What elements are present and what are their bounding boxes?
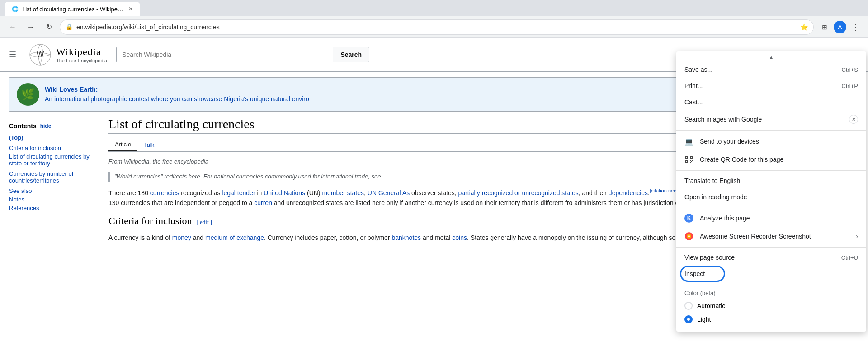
context-menu-top-arrow: ▲ <box>676 54 866 61</box>
context-menu-create-qr[interactable]: Create QR Code for this page <box>676 150 866 168</box>
context-menu-send-to-devices[interactable]: 💻 Send to your devices <box>676 132 866 150</box>
partially-recognized-link[interactable]: partially recognized or unrecognized sta… <box>458 189 579 196</box>
search-images-label: Search images with Google <box>684 116 843 123</box>
address-bar[interactable] <box>76 23 797 31</box>
sidebar-item-currencies-by-number: Currencies by number of countries/territ… <box>9 169 99 185</box>
wiki-search-input[interactable] <box>116 47 333 62</box>
awesome-recorder-label: Awesome Screen Recorder Screenshot <box>700 233 849 240</box>
context-menu-translate[interactable]: Translate to English <box>676 173 866 189</box>
svg-point-15 <box>688 235 690 237</box>
sidebar-link-see-also[interactable]: See also <box>9 187 32 194</box>
sidebar-link-top[interactable]: (Top) <box>9 134 24 141</box>
sidebar-items: (Top) Criteria for inclusion List of cir… <box>9 133 99 212</box>
profile-button[interactable]: A <box>834 21 846 33</box>
context-menu-save-as[interactable]: Save as... Ctrl+S <box>676 61 866 78</box>
color-radio-automatic <box>684 302 693 310</box>
address-bar-container[interactable]: 🔒 ⭐ <box>60 19 814 35</box>
context-menu-overlay: ▲ Save as... Ctrl+S Print... Ctrl+P Cast… <box>642 38 868 351</box>
banner-line1: Wiki Loves Earth: <box>45 85 309 94</box>
wiki-logo-text: Wikipedia The Free Encyclopedia <box>56 46 107 63</box>
sidebar-link-references[interactable]: References <box>9 205 39 211</box>
color-section-label: Color (beta) <box>684 290 858 296</box>
send-to-devices-icon: 💻 <box>684 137 693 146</box>
sidebar-link-list[interactable]: List of circulating currencies by state … <box>9 153 90 167</box>
context-menu-cast[interactable]: Cast... <box>676 94 866 110</box>
awesome-recorder-arrow: › <box>856 233 858 240</box>
wiki-sidebar: Contents hide (Top) Criteria for inclusi… <box>9 117 99 257</box>
context-menu-view-source[interactable]: View page source Ctrl+U <box>676 249 866 266</box>
context-menu-analyze[interactable]: K Analyze this page <box>676 209 866 227</box>
tab-close-button[interactable]: ✕ <box>128 6 133 12</box>
banner-text: Wiki Loves Earth: An international photo… <box>45 85 309 104</box>
cast-label: Cast... <box>684 98 858 106</box>
context-menu-inspect[interactable]: Inspect <box>676 266 866 282</box>
color-section: Color (beta) Automatic Light <box>676 286 866 329</box>
sidebar-item-notes: Notes <box>9 195 99 204</box>
sidebar-item-references: References <box>9 204 99 212</box>
context-menu-awesome-recorder[interactable]: Awesome Screen Recorder Screenshot › <box>676 227 866 245</box>
back-button[interactable]: ← <box>5 20 20 34</box>
sidebar-title-text: Contents <box>9 122 37 130</box>
sidebar-link-notes[interactable]: Notes <box>9 196 24 203</box>
svg-rect-6 <box>690 160 691 161</box>
translate-label: Translate to English <box>684 177 858 184</box>
context-menu-divider-2 <box>676 170 866 171</box>
sidebar-item-see-also: See also <box>9 187 99 195</box>
legal-tender-link[interactable]: legal tender <box>222 189 255 196</box>
reading-mode-label: Open in reading mode <box>684 193 858 201</box>
create-qr-icon <box>684 155 693 164</box>
banknotes-link[interactable]: banknotes <box>392 234 421 241</box>
tab-bar: 🌐 List of circulating currencies - Wikip… <box>0 0 868 16</box>
medium-exchange-link[interactable]: medium of exchange <box>205 234 264 241</box>
browser-tab[interactable]: 🌐 List of circulating currencies - Wikip… <box>5 2 140 16</box>
nav-bar: ← → ↻ 🔒 ⭐ ⊞ A ⋮ <box>0 16 868 38</box>
sidebar-hide-button[interactable]: hide <box>40 123 52 129</box>
context-menu-divider-1 <box>676 130 866 131</box>
color-light-label: Light <box>697 316 711 323</box>
svg-rect-8 <box>690 162 691 163</box>
extensions-button[interactable]: ⊞ <box>817 20 832 34</box>
color-option-automatic[interactable]: Automatic <box>684 300 858 312</box>
tab-talk[interactable]: Talk <box>137 139 160 151</box>
print-shortcut: Ctrl+P <box>842 83 858 89</box>
context-menu-print[interactable]: Print... Ctrl+P <box>676 78 866 94</box>
svg-rect-9 <box>691 161 692 162</box>
context-menu-reading-mode[interactable]: Open in reading mode <box>676 189 866 205</box>
wiki-hamburger-menu[interactable]: ☰ <box>9 50 16 60</box>
create-qr-label: Create QR Code for this page <box>700 156 858 163</box>
context-menu-divider-4 <box>676 247 866 248</box>
context-menu: ▲ Save as... Ctrl+S Print... Ctrl+P Cast… <box>676 51 866 332</box>
united-nations-link[interactable]: United Nations <box>264 189 305 196</box>
tab-article[interactable]: Article <box>108 138 137 151</box>
more-options-button[interactable]: ⋮ <box>848 20 863 34</box>
page-content-area: ☰ W Wikipedia The Free Encycloped <box>0 38 868 351</box>
section-edit-button[interactable]: [ edit ] <box>197 219 212 226</box>
currency-link[interactable]: curren <box>254 199 272 206</box>
analyze-label: Analyze this page <box>700 215 858 222</box>
context-menu-divider-5 <box>676 284 866 284</box>
browser-window: 🌐 List of circulating currencies - Wikip… <box>0 0 868 351</box>
coins-link[interactable]: coins <box>452 234 467 241</box>
wiki-search-button[interactable]: Search <box>333 47 369 62</box>
currencies-link[interactable]: currencies <box>150 189 179 196</box>
svg-rect-7 <box>692 160 693 161</box>
send-to-devices-label: Send to your devices <box>700 138 858 145</box>
sidebar-link-currencies-by-number[interactable]: Currencies by number of countries/territ… <box>9 170 73 184</box>
svg-text:W: W <box>37 50 44 59</box>
color-radio-light <box>684 315 693 323</box>
reload-button[interactable]: ↻ <box>42 20 56 34</box>
member-states-link[interactable]: member states <box>322 189 364 196</box>
search-images-close[interactable]: ✕ <box>849 115 858 124</box>
color-option-light[interactable]: Light <box>684 314 858 325</box>
sidebar-item-top: (Top) <box>9 133 99 142</box>
sidebar-link-criteria[interactable]: Criteria for inclusion <box>9 145 61 151</box>
sidebar-title: Contents hide <box>9 122 99 130</box>
un-general-link[interactable]: UN General As <box>368 189 410 196</box>
money-link[interactable]: money <box>172 234 191 241</box>
context-menu-search-images[interactable]: Search images with Google ✕ <box>676 110 866 128</box>
print-label: Print... <box>684 82 835 89</box>
wiki-title: Wikipedia <box>56 46 107 58</box>
view-source-shortcut: Ctrl+U <box>841 254 858 261</box>
forward-button[interactable]: → <box>24 20 38 34</box>
tab-title: List of circulating currencies - Wikiped… <box>22 6 125 13</box>
